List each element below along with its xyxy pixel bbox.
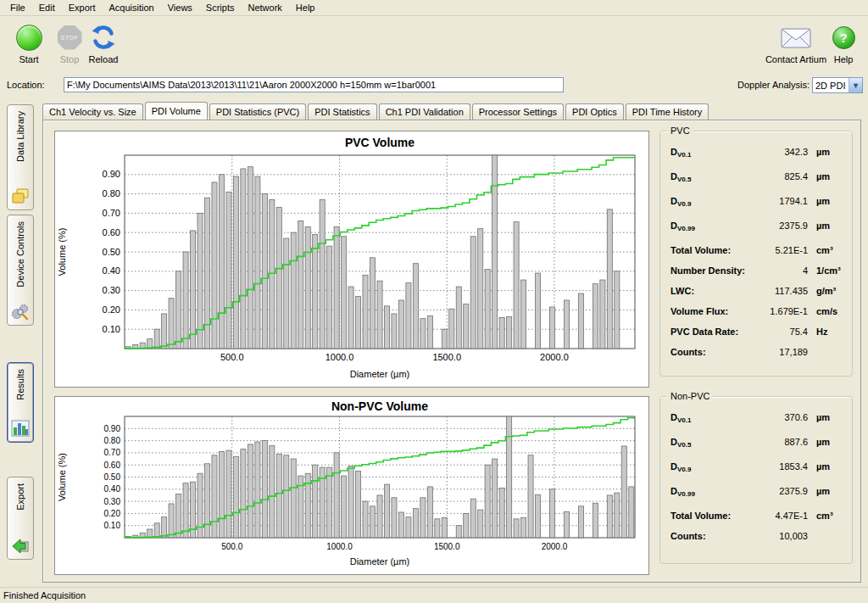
stat-unit: 1/cm³ xyxy=(808,265,845,276)
svg-text:0.80: 0.80 xyxy=(103,188,120,198)
location-value: F:\My Documents\AIMS Data\2013\2013\11\2… xyxy=(67,80,436,90)
svg-text:0.50: 0.50 xyxy=(104,472,121,482)
stat-value: 1853.4 xyxy=(752,461,808,472)
tab-ch1-pdi-validation[interactable]: Ch1 PDI Validation xyxy=(379,103,470,120)
sidebar-item-label: Data Library xyxy=(15,111,25,162)
tab-ch1-velocity-vs-size[interactable]: Ch1 Velocity vs. Size xyxy=(42,103,143,120)
reload-button[interactable]: Reload xyxy=(81,22,125,64)
stat-label: DV0.1 xyxy=(670,147,752,159)
tab-pdi-optics[interactable]: PDI Optics xyxy=(565,103,624,120)
menu-scripts[interactable]: Scripts xyxy=(199,1,242,14)
stat-label-text: D xyxy=(670,147,677,157)
stat-label-text: Total Volume: xyxy=(670,245,731,255)
stat-label: Total Volume: xyxy=(670,245,752,257)
stat-row-d-v0-9: DV0.91794.1µm xyxy=(670,196,845,221)
stat-unit: µm xyxy=(808,486,845,496)
stat-row-d-v0-5: DV0.5825.4µm xyxy=(670,171,845,196)
svg-text:0.40: 0.40 xyxy=(103,265,120,276)
stat-label-text: D xyxy=(670,412,677,422)
stat-row-d-v0-99: DV0.992375.9µm xyxy=(670,486,845,511)
stat-unit: µm xyxy=(808,221,845,231)
stat-value: 825.4 xyxy=(752,171,808,181)
tab-pdi-volume[interactable]: PDI Volume xyxy=(145,102,208,120)
stat-value: 5.21E-1 xyxy=(752,245,808,255)
stat-row-d-v0-99: DV0.992375.9µm xyxy=(670,221,845,245)
stat-unit: µm xyxy=(808,412,845,422)
svg-text:0.50: 0.50 xyxy=(103,247,120,257)
menu-network[interactable]: Network xyxy=(241,1,288,14)
tab-pdi-time-history[interactable]: PDI Time History xyxy=(626,103,709,120)
tab-pdi-statistics[interactable]: PDI Statistics xyxy=(308,103,376,120)
stat-value: 370.6 xyxy=(752,412,808,422)
svg-text:1500.0: 1500.0 xyxy=(432,352,461,362)
stat-label-subscript: V0.5 xyxy=(677,441,691,449)
tab-pdi-statistics-pvc[interactable]: PDI Statistics (PVC) xyxy=(209,103,306,120)
menu-acquisition[interactable]: Acquisition xyxy=(103,1,161,14)
contact-artium-button[interactable]: Contact Artium xyxy=(763,22,829,64)
menu-bar: FileEditExportAcquisitionViewsScriptsNet… xyxy=(0,0,868,16)
svg-text:0.80: 0.80 xyxy=(104,436,121,445)
stat-unit: g/m³ xyxy=(808,286,845,296)
menu-help[interactable]: Help xyxy=(289,1,322,14)
stat-label-subscript: V0.9 xyxy=(677,200,691,208)
svg-text:0.60: 0.60 xyxy=(103,227,120,237)
sidebar-item-export[interactable]: Export xyxy=(7,477,34,560)
svg-text:0.10: 0.10 xyxy=(103,324,120,334)
stat-label: Counts: xyxy=(670,347,752,359)
contact-artium-button-label: Contact Artium xyxy=(763,54,829,64)
stat-row-counts: Counts:17,189 xyxy=(670,347,845,367)
stat-row-d-v0-9: DV0.91853.4µm xyxy=(670,461,845,486)
tab-processor-settings[interactable]: Processor Settings xyxy=(472,103,564,120)
doppler-analysis-label: Doppler Analysis: xyxy=(737,80,810,90)
stat-label: LWC: xyxy=(670,286,752,298)
svg-text:500.0: 500.0 xyxy=(220,352,244,362)
help-button[interactable]: ?Help xyxy=(826,22,860,64)
stat-label: DV0.99 xyxy=(670,486,752,498)
sidebar-item-label: Results xyxy=(15,369,25,400)
status-bar: Finished Acquisition xyxy=(0,587,868,603)
menu-file[interactable]: File xyxy=(3,1,32,14)
doppler-analysis-select[interactable]: 2D PDI ▼ xyxy=(812,77,863,93)
stat-label-subscript: V0.9 xyxy=(677,466,691,473)
stat-row-d-v0-1: DV0.1342.3µm xyxy=(670,147,845,171)
stat-value: 342.3 xyxy=(752,147,808,157)
sidebar-item-data-library[interactable]: Data Library xyxy=(7,104,34,210)
pvc-stats-groupbox: PVC DV0.1342.3µmDV0.5825.4µmDV0.91794.1µ… xyxy=(659,131,853,377)
stat-label: Volume Flux: xyxy=(670,306,752,318)
menu-views[interactable]: Views xyxy=(161,1,199,14)
stat-row-lwc: LWC:117.435g/m³ xyxy=(670,286,845,306)
stat-value: 2375.9 xyxy=(752,221,808,231)
stat-label-text: Total Volume: xyxy=(670,511,731,521)
stat-label: DV0.5 xyxy=(670,437,752,449)
stat-label-text: Volume Flux: xyxy=(670,306,728,316)
sidebar-item-results[interactable]: Results xyxy=(7,362,34,443)
chevron-down-icon[interactable]: ▼ xyxy=(849,78,862,92)
svg-text:0.70: 0.70 xyxy=(103,208,120,218)
start-button[interactable]: Start xyxy=(7,22,51,64)
pvc-stats-rows: DV0.1342.3µmDV0.5825.4µmDV0.91794.1µmDV0… xyxy=(670,147,845,367)
stat-value: 1.679E-1 xyxy=(752,306,808,316)
svg-text:1000.0: 1000.0 xyxy=(326,352,354,362)
toolbar: StartSTOPStopReload Contact Artium?Help xyxy=(0,17,868,73)
stat-label: Counts: xyxy=(670,531,752,543)
stat-unit: Hz xyxy=(808,327,845,337)
menu-export[interactable]: Export xyxy=(62,1,103,14)
svg-text:0.70: 0.70 xyxy=(104,448,121,457)
reload-icon xyxy=(81,22,125,53)
bar-chart-icon xyxy=(11,419,30,438)
stat-label-text: Number Density: xyxy=(670,265,745,276)
menu-edit[interactable]: Edit xyxy=(32,1,62,14)
svg-text:0.90: 0.90 xyxy=(103,169,120,179)
location-input[interactable]: F:\My Documents\AIMS Data\2013\2013\11\2… xyxy=(64,77,564,92)
location-bar: Location: F:\My Documents\AIMS Data\2013… xyxy=(0,75,868,98)
nonpvc-groupbox-title: Non-PVC xyxy=(667,391,713,401)
stat-row-total-volume: Total Volume:5.21E-1cm³ xyxy=(670,245,845,265)
svg-text:2000.0: 2000.0 xyxy=(540,352,569,362)
sidebar-item-device-controls[interactable]: Device Controls xyxy=(7,215,34,326)
svg-text:0.40: 0.40 xyxy=(104,484,121,494)
stat-row-d-v0-1: DV0.1370.6µm xyxy=(670,412,845,437)
y-axis-label: Volume (%) xyxy=(57,453,67,501)
stat-label-text: D xyxy=(670,221,677,231)
stat-unit: µm xyxy=(808,437,845,447)
svg-text:1000.0: 1000.0 xyxy=(326,542,353,551)
